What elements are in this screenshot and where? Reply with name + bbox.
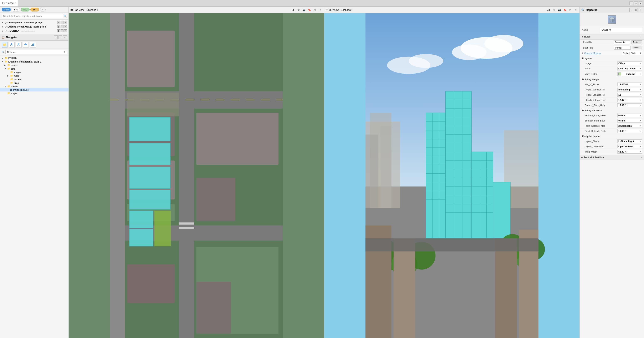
start-rule-input[interactable]	[614, 46, 631, 50]
3d-view-maximize-btn[interactable]: □	[568, 8, 572, 12]
inspector-close-btn[interactable]: ×	[638, 8, 642, 12]
3d-view-stats-btn[interactable]	[546, 8, 551, 12]
footprint-partition-header[interactable]: ▶ Footprint Partition ▾	[580, 155, 644, 160]
3d-view-content[interactable]	[324, 13, 580, 338]
wing-width-value: 52.49 ft	[618, 150, 626, 153]
tree-item-example[interactable]: ▼ 📁 Example_Philadelphia_2022_1	[0, 60, 68, 63]
tree-item-philadelphia[interactable]: 🗂 Philadelphia.cej	[0, 88, 68, 91]
tree-maps-label: maps	[14, 75, 19, 77]
usage-select[interactable]: Office ▾	[617, 62, 642, 65]
scenario-now-chip[interactable]: Now	[2, 8, 11, 12]
nav-cloud-btn[interactable]	[23, 42, 29, 48]
generic-modern-row[interactable]: ▼ Generic Modern Default Style ▾	[580, 50, 644, 56]
generic-modern-label[interactable]: Generic Modern	[584, 52, 622, 54]
layer-context[interactable]: ▶ ⬡ ---CONTEXT------------------- ▨ ✓	[0, 29, 68, 33]
top-view-eye-btn[interactable]: 👁	[296, 8, 301, 12]
setback-boun-select[interactable]: 9.84 ft ▾	[617, 119, 642, 122]
layer-dev-check1[interactable]	[60, 21, 64, 24]
fp-section-title: Footprint Partition	[584, 156, 640, 158]
top-view-camera-btn[interactable]: 📷	[302, 8, 306, 12]
rules-section-header[interactable]: ▼ Rules ⋮	[580, 34, 644, 40]
mode-select[interactable]: Color By Usage ▾	[617, 67, 642, 70]
select-btn[interactable]: Select...	[632, 46, 642, 49]
layer-context-check2[interactable]: ✓	[64, 29, 67, 32]
setback-street-select[interactable]: 6.56 ft ▾	[617, 114, 642, 117]
scene-tab-icon: ⬡	[2, 2, 4, 5]
scene-close-btn[interactable]: ×	[638, 2, 642, 5]
tree-item-rules[interactable]: 📁 rules	[0, 81, 68, 85]
front-dist-select[interactable]: 19.68 ft ▾	[617, 129, 642, 133]
top-view-close-btn[interactable]: ×	[318, 8, 322, 12]
navigator-menu-btn[interactable]: ⋮	[54, 35, 58, 39]
layer-existing-icon: ⬡	[4, 26, 7, 28]
top-view-maximize-btn[interactable]: □	[313, 8, 317, 12]
nav-user-btn[interactable]	[9, 42, 14, 48]
layer-existing[interactable]: ▶ ⬡ Existing : West Area [2 layers | 49 …	[0, 25, 68, 29]
rule-file-input[interactable]	[614, 40, 630, 44]
navigator-close-btn[interactable]: ×	[63, 35, 67, 39]
ground-floor-select[interactable]: 15.09 ft ▾	[617, 103, 642, 107]
scene-minimize-btn[interactable]: _	[630, 2, 633, 5]
top-view-bookmark-btn[interactable]: 🔖	[308, 8, 312, 12]
std-floor-select[interactable]: 12.47 ft ▾	[617, 98, 642, 102]
layer-existing-check1[interactable]	[60, 25, 64, 28]
layer-development[interactable]: ▶ ⬡ Development : East Area [1 obje ▨ ✓	[0, 21, 68, 25]
layer-context-icon: ⬡	[4, 30, 7, 32]
navigator-minimize-btn[interactable]: _	[58, 35, 62, 39]
svg-rect-92	[493, 182, 510, 238]
object-name-row: Name	[580, 26, 644, 34]
scene-tab-close[interactable]: ×	[15, 2, 16, 4]
3d-view-close-btn[interactable]: ×	[574, 8, 578, 12]
scenario-sc3-chip[interactable]: Sc3	[30, 8, 39, 12]
nav-folder-btn[interactable]: 📁	[2, 42, 8, 48]
scenario-sc1-chip[interactable]: Sc1	[12, 8, 20, 12]
tree-item-models[interactable]: 📁 models	[0, 78, 68, 81]
generic-modern-style-select[interactable]: Default Style ▾	[622, 51, 642, 55]
layer-search-input[interactable]	[2, 14, 63, 18]
svg-rect-14	[179, 13, 194, 338]
layout-shape-select[interactable]: L-Shape Right ▾	[617, 139, 642, 143]
nav-group-btn[interactable]	[16, 42, 22, 48]
front-dist-label: Front_Setback_Dista	[585, 130, 617, 132]
3d-view-camera-btn[interactable]: 📷	[558, 8, 562, 12]
wing-width-select[interactable]: 52.49 ft ▾	[617, 150, 642, 153]
tree-item-scripts[interactable]: 📁 scripts	[0, 91, 68, 95]
name-input[interactable]	[600, 28, 642, 32]
scene-maximize-btn[interactable]: □	[634, 2, 638, 5]
height-var1-select[interactable]: Increasing ▾	[617, 88, 642, 91]
top-view-content[interactable]	[69, 13, 324, 338]
nbr-floors-select[interactable]: 19.06781 ▾	[617, 83, 642, 86]
tree-item-maps[interactable]: ▶ 📁 maps	[0, 74, 68, 78]
front-mod-select[interactable]: 2 Stepbacks ▾	[617, 124, 642, 128]
rules-section-menu[interactable]: ⋮	[640, 35, 642, 38]
inspector-minimize-btn[interactable]: _	[630, 8, 633, 12]
tree-item-assets[interactable]: ▶ 📁 assets	[0, 63, 68, 67]
layer-existing-check2[interactable]: ✓	[64, 25, 67, 28]
layer-dev-check2[interactable]: ✓	[64, 21, 67, 24]
tree-item-esrilib[interactable]: ▶ 📁 ESRI.lib	[0, 56, 68, 60]
inspector-maximize-btn[interactable]: □	[634, 8, 638, 12]
height-var2-select[interactable]: 12 ▾	[617, 93, 642, 97]
nav-analytics-btn[interactable]	[30, 42, 36, 48]
scenario-add-chip[interactable]: +	[40, 8, 46, 12]
filter-type-select[interactable]: All types ▾	[6, 50, 67, 54]
3d-view-eye-btn[interactable]: 👁	[552, 8, 556, 12]
scenario-sc2-chip[interactable]: Sc2	[21, 8, 30, 12]
top-view-stats-btn[interactable]	[291, 8, 295, 12]
rules-collapse-icon: ▼	[581, 36, 584, 38]
layout-orient-select[interactable]: Open To Back ▾	[617, 145, 642, 148]
scene-tab[interactable]: ⬡ *Scene ×	[0, 0, 18, 7]
layer-context-check1[interactable]	[60, 29, 64, 32]
tree-esrilib-label: ESRI.lib	[8, 57, 17, 59]
assign-btn[interactable]: Assign...	[632, 40, 642, 44]
mass-color-arrow: ▾	[640, 73, 641, 75]
nbr-floors-label: Nbr_of_Floors	[585, 83, 617, 86]
mass-color-row: Mass_Color #c3e4ad ▾	[580, 71, 644, 77]
mass-color-select[interactable]: #c3e4ad ▾	[617, 72, 642, 76]
tree-item-scenes[interactable]: ▼ 📁 scenes	[0, 85, 68, 88]
3d-view-bookmark-btn[interactable]: 🔖	[563, 8, 567, 12]
tree-item-data[interactable]: ▼ 📁 data	[0, 67, 68, 70]
mode-arrow: ▾	[640, 68, 641, 70]
svg-rect-101	[394, 238, 415, 338]
tree-item-images[interactable]: 📁 images	[0, 70, 68, 74]
